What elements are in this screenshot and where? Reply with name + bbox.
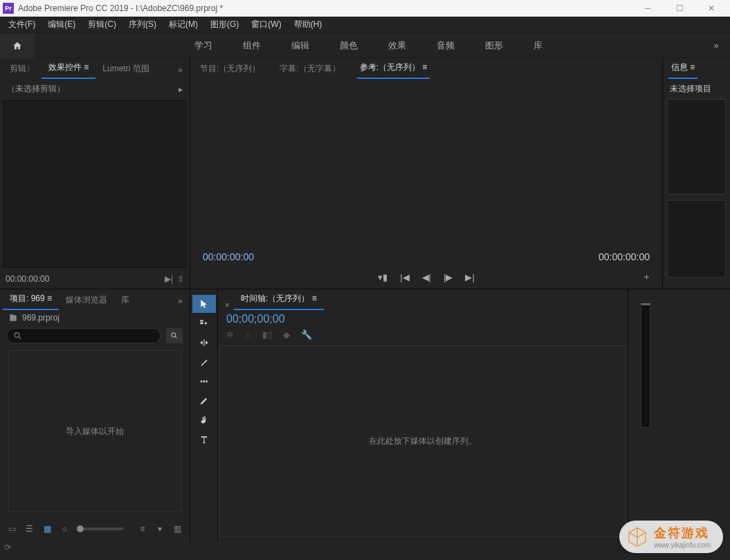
svg-rect-4 — [200, 320, 203, 321]
razor-tool[interactable] — [192, 353, 216, 371]
toggle-loop-icon[interactable]: ▶| — [165, 274, 173, 284]
tab-reference[interactable]: 参考:（无序列） ≡ — [357, 57, 430, 79]
workspace-tab-library[interactable]: 库 — [522, 35, 554, 56]
close-button[interactable]: ✕ — [695, 0, 727, 17]
add-marker-icon[interactable]: ▾▮ — [378, 272, 387, 282]
svg-line-3 — [175, 336, 176, 338]
step-back-icon[interactable]: ◀| — [422, 272, 431, 282]
timeline-timecode[interactable]: 00;00;00;00 — [218, 310, 628, 328]
pen-icon — [199, 396, 209, 406]
tab-project[interactable]: 项目: 969 ≡ — [3, 289, 59, 310]
workspace-tab-learn[interactable]: 学习 — [183, 35, 223, 56]
timeline-settings-icon[interactable]: 🔧 — [301, 329, 312, 340]
selection-tool[interactable] — [192, 295, 216, 313]
list-view-icon[interactable]: ☰ — [24, 523, 35, 535]
workspace-tab-graphics[interactable]: 图形 — [474, 35, 514, 56]
project-tabs-more[interactable]: » — [174, 292, 187, 310]
chevron-right-icon[interactable]: ▸ — [179, 84, 183, 94]
tab-lumetri-scopes[interactable]: Lumetri 范围 — [95, 59, 156, 79]
menu-edit[interactable]: 编辑(E) — [42, 17, 81, 32]
sort-dropdown-icon[interactable]: ▾ — [155, 523, 165, 535]
go-to-out-icon[interactable]: ▶| — [465, 272, 474, 282]
svg-line-1 — [19, 337, 21, 339]
menu-marker[interactable]: 标记(M) — [163, 17, 203, 32]
tab-program[interactable]: 节目:（无序列） — [197, 59, 263, 79]
pen-tool[interactable] — [192, 392, 216, 410]
project-search-bin-button[interactable] — [166, 328, 183, 343]
step-forward-icon[interactable]: |▶ — [444, 272, 453, 282]
tab-timeline[interactable]: 时间轴:（无序列） ≡ — [234, 289, 324, 310]
workspace-tab-effects[interactable]: 效果 — [377, 35, 417, 56]
audio-meter-panel — [628, 289, 663, 541]
menu-help[interactable]: 帮助(H) — [289, 17, 328, 32]
cursor-icon — [199, 299, 209, 309]
search-icon — [13, 331, 22, 341]
icon-view-icon[interactable]: ▦ — [42, 523, 52, 535]
effect-controls-viewport[interactable] — [3, 100, 186, 268]
workspace-tab-edit[interactable]: 编辑 — [280, 35, 320, 56]
project-bin-area[interactable]: 导入媒体以开始 — [8, 350, 181, 512]
project-search[interactable] — [7, 328, 161, 343]
workspace-bar: 学习 组件 编辑 颜色 效果 音频 图形 库 » — [0, 33, 730, 58]
panel-tabs-more[interactable]: » — [174, 61, 187, 79]
workspace-tab-assembly[interactable]: 组件 — [232, 35, 272, 56]
tab-reference-label: 参考:（无序列） — [360, 62, 420, 72]
sort-icon[interactable]: ≡ — [137, 523, 147, 535]
slip-tool[interactable] — [192, 372, 216, 390]
export-frame-icon[interactable]: ⇪ — [177, 274, 184, 284]
source-timecode: 00:00:00:00 — [6, 274, 49, 284]
ripple-edit-tool[interactable] — [192, 334, 216, 352]
insert-mode-icon[interactable]: ✲ — [226, 329, 234, 340]
type-tool[interactable] — [192, 431, 216, 449]
menu-file[interactable]: 文件(F) — [3, 17, 41, 32]
snap-icon[interactable]: ∩ — [245, 329, 251, 340]
track-select-tool[interactable] — [192, 314, 216, 332]
menu-graphics[interactable]: 图形(G) — [205, 17, 244, 32]
workspace-tab-audio[interactable]: 音频 — [426, 35, 466, 56]
menubar: 文件(F) 编辑(E) 剪辑(C) 序列(S) 标记(M) 图形(G) 窗口(W… — [0, 17, 730, 33]
program-monitor-panel: 节目:（无序列） 字幕:（无字幕） 参考:（无序列） ≡ 00:00:00:00… — [190, 58, 663, 289]
program-transport: ▾▮ |◀ ◀| |▶ ▶| ＋ — [190, 265, 662, 289]
tab-library[interactable]: 库 — [114, 290, 136, 310]
program-viewport[interactable]: 00:00:00:00 00:00:00:00 — [190, 79, 662, 265]
tab-effect-controls[interactable]: 效果控件 ≡ — [42, 57, 95, 79]
project-zoom-slider[interactable] — [77, 527, 124, 530]
workspace-more[interactable]: » — [702, 41, 730, 51]
workspace-tab-color[interactable]: 颜色 — [329, 35, 369, 56]
menu-window[interactable]: 窗口(W) — [246, 17, 286, 32]
home-button[interactable] — [0, 33, 35, 58]
sync-icon[interactable]: ⟳ — [4, 543, 11, 552]
type-icon — [199, 435, 209, 444]
menu-sequence[interactable]: 序列(S) — [123, 17, 162, 32]
go-to-in-icon[interactable]: |◀ — [400, 272, 409, 282]
button-editor-icon[interactable]: ＋ — [642, 271, 651, 283]
app-icon: Pr — [3, 3, 14, 14]
tab-info[interactable]: 信息 ≡ — [668, 57, 697, 79]
automate-to-sequence-icon[interactable]: ▥ — [172, 523, 183, 535]
hand-tool[interactable] — [192, 411, 216, 429]
right-sidebar: 信息 ≡ 未选择项目 效果 基本图形 基本声音 Lumetri 颜色 元数据 标… — [663, 58, 730, 289]
marker-add-icon[interactable]: ◆ — [283, 329, 290, 340]
audio-meter-bar[interactable] — [641, 303, 650, 428]
home-icon — [12, 41, 22, 51]
timeline-drop-area[interactable]: 在此处放下媒体以创建序列。 — [219, 345, 626, 537]
linked-selection-icon[interactable]: ▮▯ — [262, 329, 272, 340]
tab-captions[interactable]: 字幕:（无字幕） — [277, 59, 343, 79]
freeform-view-icon[interactable]: ○ — [60, 523, 70, 535]
menu-clip[interactable]: 剪辑(C) — [82, 17, 122, 32]
titlebar: Pr Adobe Premiere Pro CC 2019 - I:\Adobe… — [0, 0, 730, 17]
tab-source-clip[interactable]: 剪辑〉 — [3, 59, 42, 79]
minimize-button[interactable]: ─ — [632, 0, 664, 17]
tab-media-browser[interactable]: 媒体浏览器 — [59, 290, 114, 310]
tab-effect-controls-label: 效果控件 — [48, 62, 82, 72]
info-no-selection: 未选择项目 — [663, 79, 730, 99]
project-panel: 项目: 969 ≡ 媒体浏览器 库 » 969.prproj — [0, 289, 190, 541]
ripple-icon — [199, 338, 209, 347]
maximize-button[interactable]: ☐ — [664, 0, 695, 17]
program-timecode-left[interactable]: 00:00:00:00 — [203, 251, 254, 262]
program-timecode-right: 00:00:00:00 — [599, 251, 650, 262]
timeline-close-icon[interactable]: × — [225, 300, 230, 310]
project-search-input[interactable] — [22, 331, 154, 341]
project-writable-icon[interactable]: ▭ — [7, 523, 17, 535]
right-sidebar-bottom-spacer — [663, 289, 730, 541]
